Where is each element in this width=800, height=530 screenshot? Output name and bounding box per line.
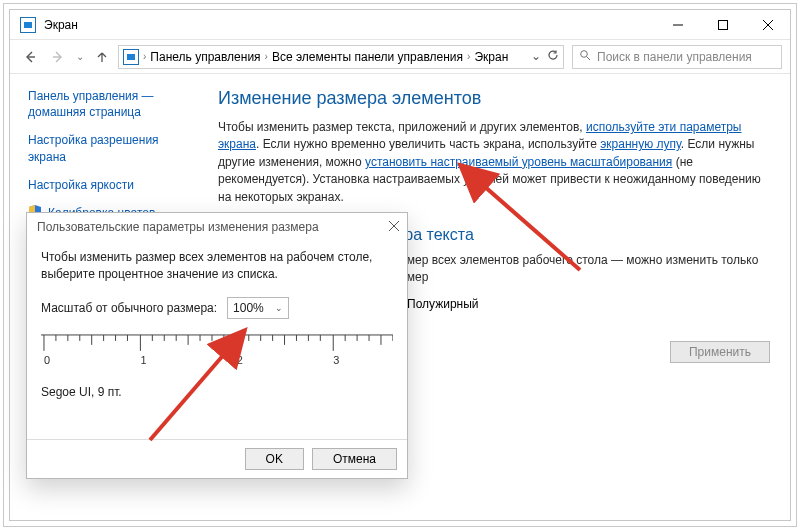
scale-select[interactable]: 100% ⌄ [227, 297, 289, 319]
crumb-all-items[interactable]: Все элементы панели управления [272, 50, 463, 64]
svg-text:0: 0 [44, 353, 50, 365]
scale-value: 100% [233, 301, 264, 315]
maximize-button[interactable] [700, 10, 745, 39]
chevron-right-icon: › [467, 51, 470, 62]
window-title: Экран [44, 18, 655, 32]
link-magnifier[interactable]: экранную лупу [600, 137, 681, 151]
crumb-display[interactable]: Экран [474, 50, 508, 64]
sidebar-item-home[interactable]: Панель управления — домашняя страница [28, 88, 190, 120]
dialog-ok-button[interactable]: OK [245, 448, 304, 470]
font-sample: Segoe UI, 9 пт. [41, 385, 393, 399]
titlebar: Экран [10, 10, 790, 40]
svg-rect-1 [718, 20, 727, 29]
refresh-icon[interactable] [547, 49, 559, 64]
nav-forward-button[interactable] [46, 45, 70, 69]
dialog-instruction: Чтобы изменить размер всех элементов на … [41, 249, 393, 283]
custom-scaling-dialog: Пользовательские параметры изменения раз… [26, 212, 408, 479]
dialog-cancel-button[interactable]: Отмена [312, 448, 397, 470]
search-icon [579, 49, 591, 64]
nav-history-dropdown[interactable]: ⌄ [74, 51, 86, 62]
svg-text:3: 3 [333, 353, 339, 365]
chevron-right-icon: › [265, 51, 268, 62]
search-placeholder: Поиск в панели управления [597, 50, 752, 64]
dialog-title: Пользовательские параметры изменения раз… [37, 220, 319, 234]
nav-back-button[interactable] [18, 45, 42, 69]
sidebar-item-resolution[interactable]: Настройка разрешения экрана [28, 132, 190, 164]
nav-up-button[interactable] [90, 45, 114, 69]
ruler[interactable]: 0 1 2 3 [41, 329, 393, 379]
crumb-control-panel[interactable]: Панель управления [150, 50, 260, 64]
display-icon [123, 49, 139, 65]
link-custom-scaling[interactable]: установить настраиваемый уровень масштаб… [365, 155, 672, 169]
svg-line-7 [587, 57, 591, 61]
svg-text:2: 2 [237, 353, 243, 365]
svg-point-6 [581, 51, 588, 58]
address-row: ⌄ › Панель управления › Все элементы пан… [10, 40, 790, 74]
scale-label: Масштаб от обычного размера: [41, 301, 217, 315]
page-heading: Изменение размера элементов [218, 88, 770, 109]
chevron-down-icon: ⌄ [275, 303, 283, 313]
chevron-down-icon[interactable]: ⌄ [531, 49, 541, 64]
apply-button[interactable]: Применить [670, 341, 770, 363]
svg-text:1: 1 [140, 353, 146, 365]
bold-label: Полужирный [407, 297, 479, 311]
dialog-close-button[interactable] [389, 220, 399, 234]
chevron-right-icon: › [143, 51, 146, 62]
close-button[interactable] [745, 10, 790, 39]
paragraph-1: Чтобы изменить размер текста, приложений… [218, 119, 770, 206]
sidebar-item-brightness[interactable]: Настройка яркости [28, 177, 190, 193]
display-icon [20, 17, 36, 33]
search-input[interactable]: Поиск в панели управления [572, 45, 782, 69]
breadcrumb[interactable]: › Панель управления › Все элементы панел… [118, 45, 564, 69]
minimize-button[interactable] [655, 10, 700, 39]
